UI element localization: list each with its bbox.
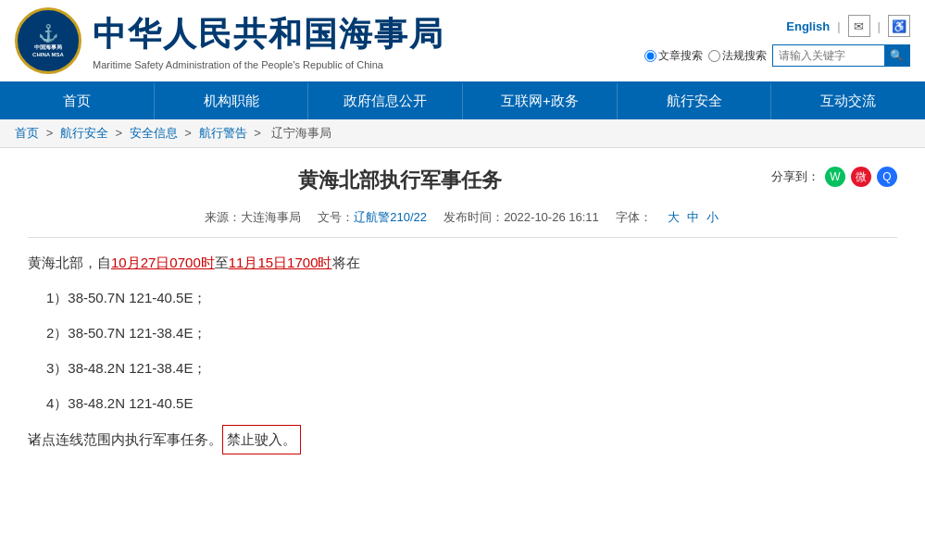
coord-line-3: 3）38-48.2N 121-38.4E；	[28, 355, 897, 382]
body-line1: 黄海北部，自10月27日0700时至11月15日1700时将在	[28, 249, 897, 277]
body-line1-post: 将在	[332, 255, 360, 270]
radio-law[interactable]: 法规搜索	[708, 48, 767, 64]
article-title: 黄海北部执行军事任务	[28, 167, 897, 194]
breadcrumb: 首页 > 航行安全 > 安全信息 > 航行警告 > 辽宁海事局	[0, 119, 925, 148]
header: ⚓ 中国海事局 CHINA MSA 中华人民共和国海事局 Maritime Sa…	[0, 0, 925, 83]
share-wechat-button[interactable]: W	[825, 167, 845, 187]
breadcrumb-liaoning: 辽宁海事局	[271, 126, 331, 140]
nav-home[interactable]: 首页	[0, 83, 155, 119]
nav-functions[interactable]: 机构职能	[155, 83, 309, 119]
body-line1-pre: 黄海北部，自	[28, 255, 111, 270]
anchor-icon: ⚓	[38, 23, 58, 44]
doc-label: 文号：	[318, 210, 354, 224]
header-left: ⚓ 中国海事局 CHINA MSA 中华人民共和国海事局 Maritime Sa…	[15, 7, 444, 74]
site-title-main: 中华人民共和国海事局	[93, 12, 444, 57]
font-label: 字体：	[616, 210, 652, 224]
search-input[interactable]	[773, 46, 884, 65]
site-title: 中华人民共和国海事局 Maritime Safety Administratio…	[93, 12, 444, 70]
share-weibo-button[interactable]: 微	[851, 167, 871, 187]
radio-article[interactable]: 文章搜索	[644, 48, 703, 64]
font-large[interactable]: 大	[668, 210, 680, 224]
search-type-group: 文章搜索 法规搜索	[644, 48, 767, 64]
breadcrumb-safety-info[interactable]: 安全信息	[130, 126, 178, 140]
breadcrumb-nav-safety[interactable]: 航行安全	[60, 126, 108, 140]
font-small[interactable]: 小	[706, 210, 719, 224]
date-highlight-2: 11月15日1700时	[229, 255, 332, 270]
prohibition-notice: 禁止驶入。	[222, 425, 301, 454]
coord-line-2: 2）38-50.7N 121-38.4E；	[28, 319, 897, 347]
main-content: 分享到： W 微 Q 黄海北部执行军事任务 来源：大连海事局 文号：辽航警210…	[0, 148, 925, 480]
font-mid[interactable]: 中	[687, 210, 699, 224]
doc-no[interactable]: 辽航警210/22	[354, 210, 427, 224]
language-link[interactable]: English	[786, 19, 830, 33]
header-top-controls: English | ✉ | ♿	[786, 15, 910, 37]
logo: ⚓ 中国海事局 CHINA MSA	[15, 7, 81, 74]
share-bar: 分享到： W 微 Q	[771, 167, 897, 187]
share-qq-button[interactable]: Q	[877, 167, 897, 187]
search-input-wrap: 🔍	[772, 44, 910, 67]
email-icon[interactable]: ✉	[848, 15, 870, 37]
coord-line-1: 1）38-50.7N 121-40.5E；	[28, 284, 897, 312]
nav-interaction[interactable]: 互动交流	[771, 83, 925, 119]
body-line1-mid: 至	[215, 255, 229, 270]
source-value: 大连海事局	[241, 210, 301, 224]
font-size-controls: 大 中 小	[666, 210, 719, 224]
article-meta: 来源：大连海事局 文号：辽航警210/22 发布时间：2022-10-26 16…	[28, 209, 897, 238]
share-label: 分享到：	[771, 168, 819, 185]
nav-navigation-safety[interactable]: 航行安全	[618, 83, 772, 119]
search-area: 文章搜索 法规搜索 🔍	[644, 44, 910, 67]
breadcrumb-nav-warning[interactable]: 航行警告	[199, 126, 247, 140]
body-last-pre: 诸点连线范围内执行军事任务。	[28, 431, 222, 447]
date-label: 发布时间：	[444, 210, 504, 224]
breadcrumb-home[interactable]: 首页	[15, 126, 39, 140]
date-highlight-1: 10月27日0700时	[111, 255, 215, 270]
header-right: English | ✉ | ♿ 文章搜索 法规搜索 🔍	[644, 15, 910, 67]
date-value: 2022-10-26 16:11	[504, 210, 599, 224]
nav-gov-info[interactable]: 政府信息公开	[308, 83, 463, 119]
nav-internet-plus[interactable]: 互联网+政务	[463, 83, 618, 119]
accessibility-icon[interactable]: ♿	[888, 15, 910, 37]
main-nav: 首页 机构职能 政府信息公开 互联网+政务 航行安全 互动交流	[0, 83, 925, 119]
coord-line-4: 4）38-48.2N 121-40.5E	[28, 390, 897, 417]
site-title-sub: Maritime Safety Administration of the Pe…	[93, 59, 444, 70]
source-label: 来源：	[205, 210, 241, 224]
body-last-line: 诸点连线范围内执行军事任务。禁止驶入。	[28, 425, 897, 454]
article-body: 黄海北部，自10月27日0700时至11月15日1700时将在 1）38-50.…	[28, 249, 897, 454]
search-button[interactable]: 🔍	[884, 45, 909, 66]
